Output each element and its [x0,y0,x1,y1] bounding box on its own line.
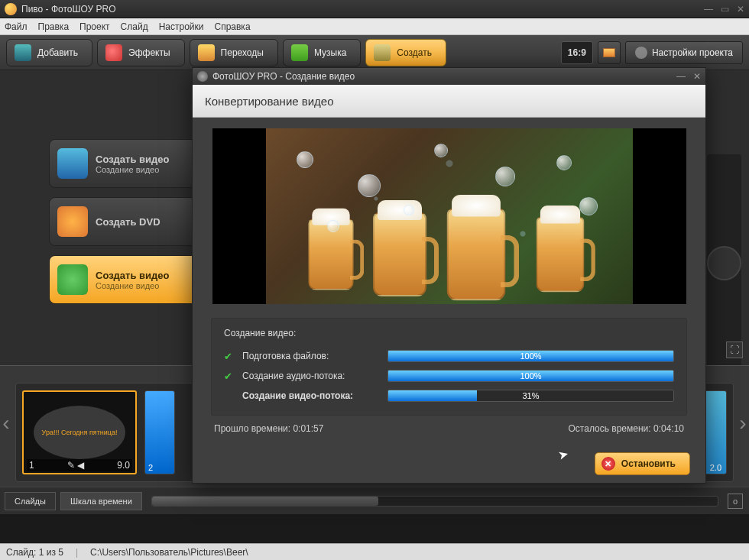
action-create-video[interactable]: Создать видеоСоздание видео [49,139,198,188]
timeline-scrollbar[interactable] [151,496,718,507]
record-icon [224,390,235,401]
menu-slide[interactable]: Слайд [121,21,148,32]
slide-index: 1 [29,460,34,471]
picture-icon [603,48,615,57]
progress-label: Создание аудио-потока: [242,371,380,381]
progress-label: Создание видео-потока: [242,390,380,401]
progress-row-audio: ✔ Создание аудио-потока: 100% [224,366,674,386]
project-settings-button[interactable]: Настройки проекта [625,41,743,64]
menu-edit[interactable]: Правка [38,21,70,32]
toolbar: Добавить Эффекты Переходы Музыка Создать… [0,35,749,70]
dialog-title: ФотоШОУ PRO - Создание видео [212,71,355,82]
action-title: Создать DVD [96,216,160,228]
tab-add[interactable]: Добавить [6,39,92,66]
preview-clip-icon [707,246,741,280]
timeline-prev[interactable]: ‹ [0,408,15,439]
film-icon [57,148,88,179]
dvd-icon [57,206,88,237]
menu-file[interactable]: Файл [5,21,28,32]
progress-title: Создание видео: [224,328,674,338]
palette-icon [105,44,122,61]
camera-icon [15,44,31,61]
action-create-dvd[interactable]: Создать DVD [49,197,198,246]
progress-value: 31% [388,390,673,401]
tab-add-label: Добавить [37,47,78,58]
elapsed-value: 0:01:57 [293,423,323,434]
gear-icon [635,47,647,59]
action-create-web[interactable]: Создать видеоСоздание видео [49,255,198,304]
progress-bar: 31% [387,390,674,402]
slide-duration: 2.0 [710,463,721,472]
action-title: Создать видео [96,154,169,165]
app-icon [5,3,17,15]
status-path: C:\Users\Пользователь\Pictures\Beer\ [90,547,248,558]
music-icon [291,44,308,61]
window-title: Пиво - ФотоШОУ PRO [21,4,116,15]
stop-button[interactable]: ✕ Остановить [595,452,690,475]
elapsed-label: Прошло времени: [214,423,290,434]
tab-transitions[interactable]: Переходы [190,39,278,66]
tab-effects-label: Эффекты [128,47,170,58]
menu-settings[interactable]: Настройки [159,21,204,32]
maximize-button[interactable]: ▭ [721,4,729,15]
zoom-out-icon[interactable]: о [728,494,743,509]
progress-section: Создание видео: ✔ Подготовка файлов: 100… [211,318,687,416]
tab-transitions-label: Переходы [221,47,264,58]
slide-caption: Ура!!! Сегодня пятница! [34,406,125,459]
tab-slides[interactable]: Слайды [5,492,56,510]
slide-duration: 9.0 [117,460,130,471]
export-dialog: ФотоШОУ PRO - Создание видео — ✕ Конверт… [192,67,706,484]
menu-help[interactable]: Справка [214,21,250,32]
minimize-button[interactable]: — [704,4,713,15]
time-row: Прошло времени: 0:01:57 Осталось времени… [211,423,687,434]
project-settings-label: Настройки проекта [652,47,733,58]
transition-index: 2 [148,463,153,472]
tab-create[interactable]: Создать [365,39,446,66]
action-title: Создать видео [96,270,169,281]
statusbar: Слайд: 1 из 5 | C:\Users\Пользователь\Pi… [0,543,749,560]
tab-timescale[interactable]: Шкала времени [60,492,142,510]
check-icon: ✔ [224,371,235,381]
globe-icon [57,264,88,295]
scrollbar-knob[interactable] [152,497,378,506]
timeline-tabs: Слайды Шкала времени о [0,487,749,514]
close-button[interactable]: ✕ [737,4,744,15]
tab-effects[interactable]: Эффекты [97,39,185,66]
video-preview [212,128,686,304]
reel-icon [374,44,391,61]
titlebar: Пиво - ФотоШОУ PRO — ▭ ✕ [0,0,749,18]
stop-label: Остановить [621,458,676,469]
action-subtitle: Создание видео [96,281,169,290]
dialog-minimize[interactable]: — [676,71,686,82]
menu-project[interactable]: Проект [79,21,110,32]
fullscreen-icon[interactable]: ⛶ [726,342,743,358]
slide-thumb-1[interactable]: Ура!!! Сегодня пятница! 1✎ ◀9.0 [22,390,137,474]
preview-mode-button[interactable] [598,41,621,64]
progress-label: Подготовка файлов: [242,351,380,361]
dialog-close[interactable]: ✕ [693,71,701,82]
tab-create-label: Создать [397,47,432,58]
status-slide: Слайд: 1 из 5 [6,547,63,558]
tab-music-label: Музыка [314,47,346,58]
aspect-ratio[interactable]: 16:9 [561,41,593,64]
timeline-next[interactable]: › [734,408,749,439]
action-subtitle: Создание видео [96,165,169,174]
menubar: Файл Правка Проект Слайд Настройки Справ… [0,18,749,35]
star-icon [198,44,215,61]
dialog-titlebar: ФотоШОУ PRO - Создание видео — ✕ [193,68,705,85]
progress-row-video: Создание видео-потока: 31% [224,386,674,406]
check-icon: ✔ [224,351,235,361]
reel-icon [197,71,208,82]
progress-value: 100% [388,371,673,381]
tab-music[interactable]: Музыка [283,39,361,66]
close-icon: ✕ [601,457,615,471]
progress-bar: 100% [387,370,674,382]
remaining-value: 0:04:10 [653,423,684,434]
progress-value: 100% [388,351,673,361]
remaining-label: Осталось времени: [569,423,651,434]
progress-row-prepare: ✔ Подготовка файлов: 100% [224,346,674,366]
dialog-heading: Конвертирование видео [193,85,705,118]
progress-bar: 100% [387,350,674,362]
transition-thumb[interactable]: 2 [144,390,175,474]
